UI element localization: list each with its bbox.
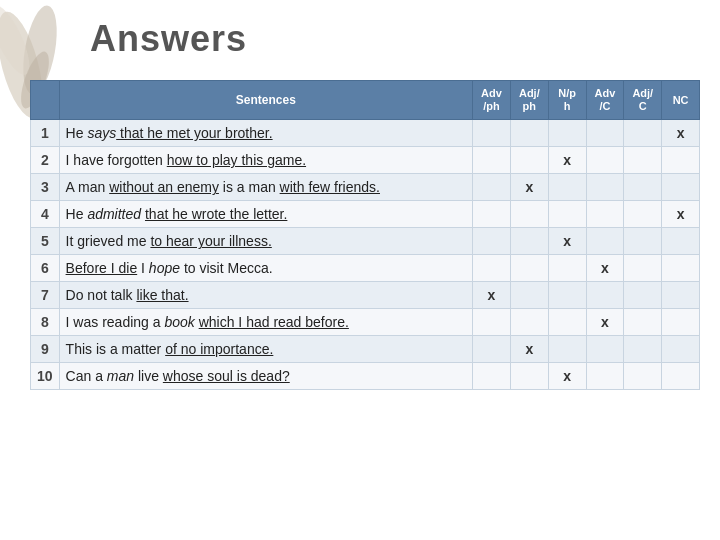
check-cell-col5 (624, 255, 662, 282)
check-cell-col1: x (473, 282, 511, 309)
check-cell-col2 (510, 282, 548, 309)
check-cell-col2 (510, 120, 548, 147)
sentence-cell: He says that he met your brother. (59, 120, 473, 147)
check-cell-col5 (624, 120, 662, 147)
check-cell-col4 (586, 174, 624, 201)
table-row: 7Do not talk like that.x (31, 282, 700, 309)
table-row: 4He admitted that he wrote the letter.x (31, 201, 700, 228)
table-row: 5It grieved me to hear your illness.x (31, 228, 700, 255)
col-header-adv-ph: Adv/ph (473, 81, 511, 120)
check-cell-col6 (662, 336, 700, 363)
check-cell-col6: x (662, 201, 700, 228)
check-cell-col2 (510, 255, 548, 282)
check-cell-col1 (473, 201, 511, 228)
row-number: 3 (31, 174, 60, 201)
check-cell-col1 (473, 147, 511, 174)
check-cell-col2: x (510, 336, 548, 363)
check-cell-col2 (510, 201, 548, 228)
table-row: 6Before I die I hope to visit Mecca.x (31, 255, 700, 282)
check-cell-col2 (510, 228, 548, 255)
col-header-adj-c: Adj/C (624, 81, 662, 120)
check-cell-col6 (662, 255, 700, 282)
check-cell-col3 (548, 201, 586, 228)
col-header-nc: NC (662, 81, 700, 120)
row-number: 10 (31, 363, 60, 390)
check-cell-col3: x (548, 147, 586, 174)
table-row: 9This is a matter of no importance.x (31, 336, 700, 363)
check-cell-col4 (586, 336, 624, 363)
row-number: 9 (31, 336, 60, 363)
sentence-cell: Before I die I hope to visit Mecca. (59, 255, 473, 282)
sentence-cell: I have forgotten how to play this game. (59, 147, 473, 174)
check-cell-col1 (473, 363, 511, 390)
sentence-cell: Can a man live whose soul is dead? (59, 363, 473, 390)
check-cell-col1 (473, 228, 511, 255)
col-header-adj-ph: Adj/ph (510, 81, 548, 120)
sentence-cell: A man without an enemy is a man with few… (59, 174, 473, 201)
answers-table-container: Sentences Adv/ph Adj/ph N/ph Adv/C Adj/C… (30, 80, 700, 520)
col-header-np-h: N/ph (548, 81, 586, 120)
col-header-sentences: Sentences (59, 81, 473, 120)
check-cell-col6: x (662, 120, 700, 147)
sentence-cell: This is a matter of no importance. (59, 336, 473, 363)
check-cell-col1 (473, 174, 511, 201)
check-cell-col3 (548, 336, 586, 363)
check-cell-col4 (586, 363, 624, 390)
check-cell-col5 (624, 201, 662, 228)
table-row: 10Can a man live whose soul is dead?x (31, 363, 700, 390)
col-header-adv-c: Adv/C (586, 81, 624, 120)
table-row: 3A man without an enemy is a man with fe… (31, 174, 700, 201)
check-cell-col1 (473, 120, 511, 147)
check-cell-col2 (510, 147, 548, 174)
check-cell-col6 (662, 282, 700, 309)
row-number: 7 (31, 282, 60, 309)
check-cell-col3 (548, 255, 586, 282)
check-cell-col5 (624, 174, 662, 201)
check-cell-col3: x (548, 228, 586, 255)
check-cell-col4 (586, 201, 624, 228)
check-cell-col3 (548, 282, 586, 309)
answers-table: Sentences Adv/ph Adj/ph N/ph Adv/C Adj/C… (30, 80, 700, 390)
check-cell-col4 (586, 147, 624, 174)
check-cell-col5 (624, 147, 662, 174)
check-cell-col5 (624, 309, 662, 336)
check-cell-col6 (662, 309, 700, 336)
check-cell-col2: x (510, 174, 548, 201)
check-cell-col2 (510, 309, 548, 336)
check-cell-col5 (624, 363, 662, 390)
sentence-cell: It grieved me to hear your illness. (59, 228, 473, 255)
sentence-cell: Do not talk like that. (59, 282, 473, 309)
table-row: 8I was reading a book which I had read b… (31, 309, 700, 336)
check-cell-col4 (586, 120, 624, 147)
row-number: 1 (31, 120, 60, 147)
row-number: 2 (31, 147, 60, 174)
check-cell-col4 (586, 228, 624, 255)
check-cell-col6 (662, 174, 700, 201)
check-cell-col6 (662, 147, 700, 174)
row-number: 6 (31, 255, 60, 282)
check-cell-col2 (510, 363, 548, 390)
page-title: Answers (90, 18, 247, 60)
row-number: 8 (31, 309, 60, 336)
check-cell-col5 (624, 336, 662, 363)
check-cell-col5 (624, 228, 662, 255)
check-cell-col1 (473, 309, 511, 336)
check-cell-col4: x (586, 309, 624, 336)
check-cell-col1 (473, 255, 511, 282)
sentence-cell: He admitted that he wrote the letter. (59, 201, 473, 228)
check-cell-col3 (548, 309, 586, 336)
sentence-cell: I was reading a book which I had read be… (59, 309, 473, 336)
table-row: 2I have forgotten how to play this game.… (31, 147, 700, 174)
check-cell-col3: x (548, 363, 586, 390)
col-header-num (31, 81, 60, 120)
check-cell-col4: x (586, 255, 624, 282)
check-cell-col4 (586, 282, 624, 309)
row-number: 5 (31, 228, 60, 255)
check-cell-col6 (662, 228, 700, 255)
check-cell-col1 (473, 336, 511, 363)
row-number: 4 (31, 201, 60, 228)
table-row: 1He says that he met your brother.x (31, 120, 700, 147)
check-cell-col3 (548, 174, 586, 201)
check-cell-col3 (548, 120, 586, 147)
check-cell-col6 (662, 363, 700, 390)
